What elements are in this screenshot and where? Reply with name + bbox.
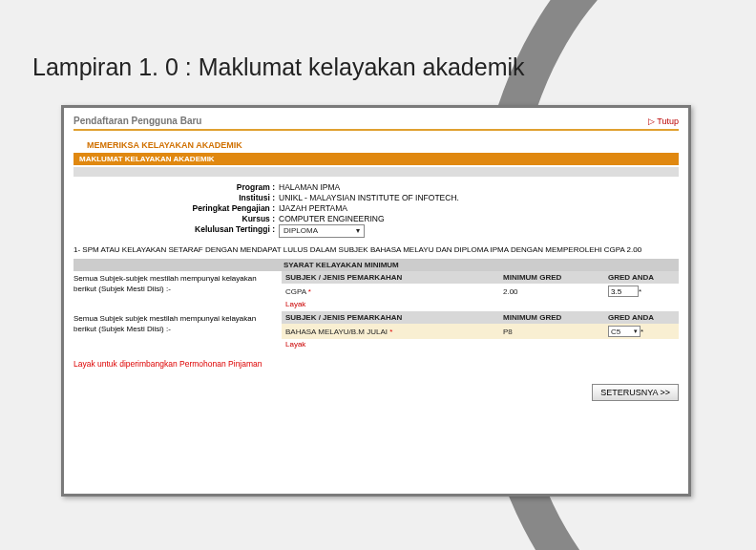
info-row-peringkat: Peringkat Pengajian : IJAZAH PERTAMA: [74, 203, 679, 213]
req2-subjek: BAHASA MELAYU/B.M JULAI *: [285, 328, 503, 336]
next-button[interactable]: SETERUSNYA >>: [592, 384, 679, 401]
institusi-value: UNIKL - MALAYSIAN INSTITUTE OF INFOTECH.: [279, 193, 459, 202]
hdr2-min: MINIMUM GRED: [503, 313, 608, 322]
divider: [74, 167, 679, 177]
req2-layak: Layak: [282, 339, 679, 349]
institusi-label: Institusi :: [74, 193, 279, 202]
info-block: Program : HALAMAN IPMA Institusi : UNIKL…: [74, 182, 679, 238]
bm-gred-dropdown[interactable]: C5: [608, 326, 640, 337]
hdr2-gred: GRED ANDA: [608, 313, 675, 322]
kelulusan-value: DIPLOMA: [284, 225, 318, 237]
info-row-program: Program : HALAMAN IPMA: [74, 182, 679, 192]
syarat-header: SYARAT KELAYAKAN MINIMUM: [74, 259, 679, 271]
req1-min: 2.00: [503, 287, 608, 296]
req2-data-row: BAHASA MELAYU/B.M JULAI * P8 C5 *: [282, 324, 679, 339]
req1-left-text: Semua Subjek-subjek mestilah mempunyai k…: [74, 271, 282, 309]
req2-min: P8: [503, 328, 608, 336]
hdr-gred: GRED ANDA: [608, 273, 675, 282]
hdr-subjek: SUBJEK / JENIS PEMARKAHAN: [285, 273, 503, 282]
kursus-label: Kursus :: [74, 214, 279, 223]
kelulusan-dropdown[interactable]: DIPLOMA: [279, 224, 365, 238]
slide-title: Lampiran 1. 0 : Maklumat kelayakan akade…: [32, 53, 525, 81]
top-bar: Pendaftaran Pengguna Baru Tutup: [74, 116, 679, 131]
req1-header-row: SUBJEK / JENIS PEMARKAHAN MINIMUM GRED G…: [282, 271, 679, 284]
section-heading: MEMERIKSA KELAYAKAN AKADEMIK: [87, 140, 679, 150]
requirement-block-2: Semua Subjek subjek mestilah mempunyai k…: [74, 311, 679, 349]
section-bar: MAKLUMAT KELAYAKAN AKADEMIK: [74, 153, 679, 165]
info-row-kelulusan: Kelulusan Tertinggi : DIPLOMA: [74, 224, 679, 238]
program-value: HALAMAN IPMA: [279, 182, 340, 192]
page-title: Pendaftaran Pengguna Baru: [74, 116, 201, 126]
req2-gred-cell: C5 *: [608, 326, 675, 337]
req1-gred-cell: *: [608, 286, 675, 297]
req2-right: SUBJEK / JENIS PEMARKAHAN MINIMUM GRED G…: [282, 311, 679, 349]
requirement-block-1: Semua Subjek-subjek mestilah mempunyai k…: [74, 271, 679, 309]
app-window: Pendaftaran Pengguna Baru Tutup MEMERIKS…: [61, 105, 691, 497]
close-button[interactable]: Tutup: [648, 116, 679, 126]
eligibility-message: Layak untuk diperimbangkan Permohonan Pi…: [74, 359, 679, 369]
info-row-kursus: Kursus : COMPUTER ENGINEERING: [74, 214, 679, 223]
requirement-description: 1- SPM ATAU KELAYAKAN SETARAF DENGAN MEN…: [74, 245, 679, 255]
peringkat-value: IJAZAH PERTAMA: [279, 203, 347, 213]
req2-header-row: SUBJEK / JENIS PEMARKAHAN MINIMUM GRED G…: [282, 311, 679, 324]
hdr-min: MINIMUM GRED: [503, 273, 608, 282]
req1-subjek: CGPA *: [285, 287, 503, 296]
info-row-institusi: Institusi : UNIKL - MALAYSIAN INSTITUTE …: [74, 193, 679, 202]
req1-right: SUBJEK / JENIS PEMARKAHAN MINIMUM GRED G…: [282, 271, 679, 309]
peringkat-label: Peringkat Pengajian :: [74, 203, 279, 213]
program-label: Program :: [74, 182, 279, 192]
kursus-value: COMPUTER ENGINEERING: [279, 214, 385, 223]
kelulusan-label: Kelulusan Tertinggi :: [74, 224, 279, 238]
hdr2-subjek: SUBJEK / JENIS PEMARKAHAN: [285, 313, 503, 322]
req2-left-text: Semua Subjek subjek mestilah mempunyai k…: [74, 311, 282, 349]
cgpa-input[interactable]: [608, 286, 639, 297]
req1-data-row: CGPA * 2.00 *: [282, 284, 679, 299]
req1-layak: Layak: [282, 299, 679, 309]
